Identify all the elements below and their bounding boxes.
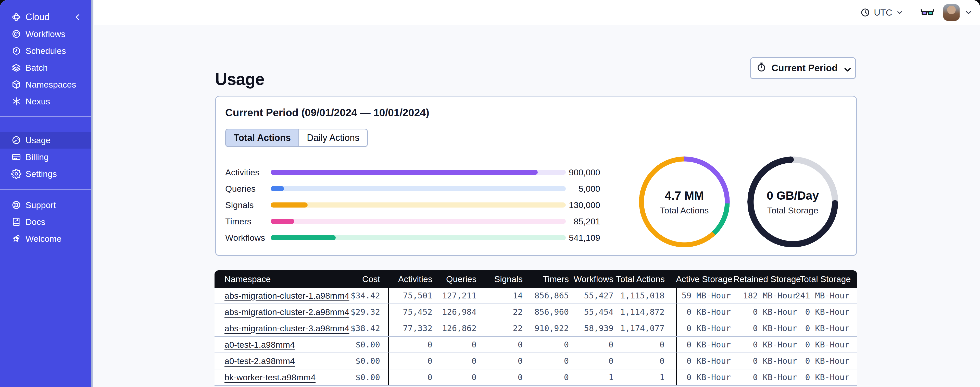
- cell-workflows: 55,454: [571, 304, 616, 320]
- cell-activities: 0: [388, 337, 435, 353]
- cell-total-storage: 0 KB-Hour: [800, 320, 857, 336]
- sidebar-item-batch[interactable]: Batch: [0, 59, 91, 76]
- namespace-link[interactable]: abs-migration-cluster-1.a98mm4: [224, 291, 349, 301]
- sidebar-item-label: Batch: [25, 63, 48, 73]
- cell-active-storage: 0 KB-Hour: [676, 353, 733, 369]
- period-dropdown-button[interactable]: Current Period: [750, 57, 856, 79]
- sidebar-item-schedules[interactable]: Schedules: [0, 42, 91, 59]
- donut-value: 0 GB/Day: [767, 189, 819, 202]
- settings-icon: [11, 169, 21, 179]
- donut-label: Total Storage: [767, 205, 818, 216]
- cell-signals: 22: [479, 320, 525, 336]
- sidebar-item-label: Namespaces: [25, 80, 76, 90]
- nexus-icon: [11, 96, 21, 106]
- donut-chart-total-storage: 0 GB/DayTotal Storage: [748, 157, 838, 247]
- cell-timers: 0: [525, 353, 571, 369]
- sidebar-header-cloud[interactable]: Cloud: [0, 9, 91, 26]
- usage-icon: [11, 135, 21, 145]
- cell-namespace: a0-test-1.a98mm4: [215, 337, 337, 353]
- namespace-link[interactable]: abs-migration-cluster-3.a98mm4: [224, 323, 349, 333]
- table-row: abs-migration-cluster-2.a98mm4$29.3275,4…: [215, 304, 857, 320]
- sidebar: Cloud WorkflowsSchedulesBatchNamespacesN…: [0, 0, 92, 387]
- cell-workflows: 55,427: [571, 288, 616, 304]
- workflows-icon: [11, 29, 21, 39]
- bar-row-signals: Signals130,000: [225, 197, 600, 213]
- sidebar-item-namespaces[interactable]: Namespaces: [0, 76, 91, 93]
- chevron-down-icon: [896, 9, 904, 16]
- bar-value: 5,000: [579, 184, 600, 194]
- cell-active-storage: 0 KB-Hour: [676, 304, 733, 320]
- sidebar-item-docs[interactable]: Docs: [0, 213, 91, 230]
- glasses-icon[interactable]: [920, 7, 935, 18]
- table-row: abs-migration-cluster-3.a98mm4$38.4277,3…: [215, 320, 857, 337]
- sidebar-item-label: Usage: [25, 135, 51, 145]
- chevron-down-icon[interactable]: [964, 8, 973, 17]
- cell-workflows: 58,939: [571, 320, 616, 336]
- collapse-chevron-icon[interactable]: [72, 12, 83, 22]
- cell-signals: 0: [479, 369, 525, 385]
- bar-row-workflows: Workflows541,109: [225, 229, 600, 246]
- cell-workflows: 0: [571, 353, 616, 369]
- sidebar-header-label: Cloud: [25, 12, 49, 22]
- timezone-selector[interactable]: UTC: [860, 7, 904, 18]
- sidebar-nav: WorkflowsSchedulesBatchNamespacesNexusUs…: [0, 26, 91, 247]
- user-avatar[interactable]: [943, 4, 959, 21]
- cell-total-storage: 0 KB-Hour: [800, 369, 857, 385]
- cell-signals: 22: [479, 304, 525, 320]
- donut-label: Total Actions: [660, 205, 709, 216]
- docs-icon: [11, 217, 21, 227]
- sidebar-item-usage[interactable]: Usage: [0, 132, 91, 149]
- cell-queries: 0: [435, 353, 479, 369]
- cell-activities: 75,452: [388, 304, 435, 320]
- cell-total-actions: 0: [616, 353, 676, 369]
- sidebar-item-nexus[interactable]: Nexus: [0, 93, 91, 110]
- stopwatch-icon: [756, 62, 767, 75]
- cell-total-storage: 0 KB-Hour: [800, 304, 857, 320]
- usage-summary-card: Current Period (09/01/2024 — 10/01/2024)…: [215, 96, 857, 256]
- namespace-usage-table: NamespaceCostActivitiesQueriesSignalsTim…: [215, 270, 857, 386]
- bar-track: [270, 219, 566, 224]
- column-header-active-storage: Active Storage: [676, 274, 733, 284]
- sidebar-item-settings[interactable]: Settings: [0, 165, 91, 182]
- donut-chart-total-actions: 4.7 MMTotal Actions: [639, 157, 730, 247]
- namespace-link[interactable]: a0-test-1.a98mm4: [224, 340, 295, 350]
- cell-namespace: abs-migration-cluster-1.a98mm4: [215, 288, 337, 304]
- clock-icon: [860, 7, 870, 18]
- cell-total-storage: 0 KB-Hour: [800, 353, 857, 369]
- cell-namespace: abs-migration-cluster-3.a98mm4: [215, 320, 337, 336]
- bar-row-timers: Timers85,201: [225, 213, 600, 229]
- column-header-queries: Queries: [435, 274, 479, 284]
- sidebar-item-workflows[interactable]: Workflows: [0, 26, 91, 42]
- bar-fill: [270, 219, 294, 224]
- welcome-icon: [11, 233, 21, 244]
- bar-track: [270, 186, 566, 191]
- column-header-namespace: Namespace: [215, 274, 337, 284]
- cell-cost: $34.42: [337, 288, 388, 304]
- sidebar-item-label: Schedules: [25, 46, 66, 56]
- cell-retained-storage: 0 KB-Hour: [733, 320, 800, 336]
- namespace-link[interactable]: bk-worker-test.a98mm4: [224, 373, 315, 382]
- tab-total-actions[interactable]: Total Actions: [226, 130, 298, 146]
- actions-bar-chart: Activities900,000Queries5,000Signals130,…: [225, 164, 600, 246]
- bar-value: 541,109: [569, 233, 600, 243]
- cell-retained-storage: 182 MB-Hour: [733, 288, 800, 304]
- tab-daily-actions[interactable]: Daily Actions: [298, 130, 367, 146]
- cell-cost: $0.00: [337, 353, 388, 369]
- namespace-link[interactable]: abs-migration-cluster-2.a98mm4: [224, 307, 349, 317]
- namespace-link[interactable]: a0-test-2.a98mm4: [224, 356, 295, 366]
- billing-icon: [11, 152, 21, 162]
- sidebar-item-label: Welcome: [25, 234, 62, 244]
- table-body: abs-migration-cluster-1.a98mm4$34.4275,5…: [215, 288, 857, 386]
- cell-activities: 77,332: [388, 320, 435, 336]
- page-title: Usage: [215, 69, 264, 89]
- cell-namespace: abs-migration-cluster-2.a98mm4: [215, 304, 337, 320]
- bar-track: [270, 235, 566, 240]
- sidebar-item-label: Billing: [25, 152, 49, 162]
- sidebar-item-support[interactable]: Support: [0, 197, 91, 213]
- sidebar-item-label: Nexus: [25, 96, 50, 106]
- sidebar-item-billing[interactable]: Billing: [0, 149, 91, 165]
- cell-cost: $0.00: [337, 369, 388, 385]
- sidebar-item-label: Workflows: [25, 29, 65, 39]
- bar-value: 85,201: [574, 216, 600, 226]
- sidebar-item-welcome[interactable]: Welcome: [0, 230, 91, 247]
